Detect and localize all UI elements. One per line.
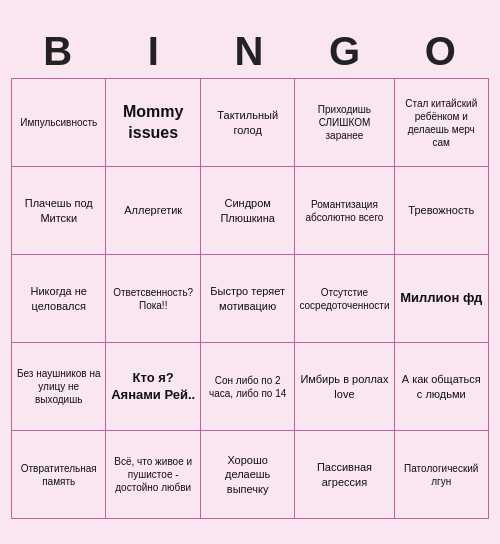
cell-text: Mommy issues (110, 102, 195, 144)
bingo-cell: Никогда не целовался (12, 255, 106, 343)
bingo-cell: Тактильный голод (201, 79, 295, 167)
bingo-cell: Хорошо делаешь выпечку (201, 431, 295, 519)
cell-text: Без наушников на улицу не выходишь (16, 367, 101, 406)
cell-text: Синдром Плюшкина (205, 196, 290, 225)
header-letter: O (393, 25, 489, 78)
cell-text: Миллион фд (400, 290, 482, 307)
bingo-card: BINGO ИмпульсивностьMommy issuesТактильн… (5, 19, 495, 525)
header-letter: N (202, 25, 298, 78)
cell-text: Импульсивность (20, 116, 97, 129)
header-letter: I (107, 25, 203, 78)
bingo-cell: Плачешь под Митски (12, 167, 106, 255)
bingo-cell: Тревожность (395, 167, 489, 255)
bingo-cell: Миллион фд (395, 255, 489, 343)
cell-text: Аллергетик (124, 203, 182, 217)
cell-text: Тревожность (408, 203, 474, 217)
bingo-cell: Без наушников на улицу не выходишь (12, 343, 106, 431)
bingo-cell: Всё, что живое и пушистое - достойно люб… (106, 431, 200, 519)
cell-text: Сон либо по 2 часа, либо по 14 (205, 374, 290, 400)
bingo-cell: Отсутстие сосредоточенности (295, 255, 394, 343)
cell-text: Ответсвенность? Пока!! (110, 286, 195, 312)
cell-text: Романтизация абсолютно всего (299, 198, 389, 224)
cell-text: Плачешь под Митски (16, 196, 101, 225)
cell-text: Хорошо делаешь выпечку (205, 453, 290, 496)
cell-text: Патологический лгун (399, 462, 484, 488)
bingo-cell: Сон либо по 2 часа, либо по 14 (201, 343, 295, 431)
cell-text: Имбирь в роллах love (299, 372, 389, 401)
bingo-cell: Импульсивность (12, 79, 106, 167)
cell-text: Кто я? Аянами Рей.. (110, 370, 195, 404)
bingo-cell: Синдром Плюшкина (201, 167, 295, 255)
bingo-cell: Стал китайский ребёнком и делаешь мерч с… (395, 79, 489, 167)
bingo-cell: Приходишь СЛИШКОМ заранее (295, 79, 394, 167)
cell-text: Тактильный голод (205, 108, 290, 137)
cell-text: Отсутстие сосредоточенности (299, 286, 389, 312)
cell-text: Стал китайский ребёнком и делаешь мерч с… (399, 97, 484, 149)
bingo-cell: Mommy issues (106, 79, 200, 167)
cell-text: Быстро теряет мотивацию (205, 284, 290, 313)
cell-text: Всё, что живое и пушистое - достойно люб… (110, 455, 195, 494)
cell-text: Пассивная агрессия (299, 460, 389, 489)
bingo-cell: Пассивная агрессия (295, 431, 394, 519)
bingo-cell: Романтизация абсолютно всего (295, 167, 394, 255)
bingo-cell: Отвратительная память (12, 431, 106, 519)
cell-text: Приходишь СЛИШКОМ заранее (299, 103, 389, 142)
bingo-cell: Патологический лгун (395, 431, 489, 519)
bingo-cell: Кто я? Аянами Рей.. (106, 343, 200, 431)
cell-text: А как общаться с людьми (399, 372, 484, 401)
bingo-cell: Аллергетик (106, 167, 200, 255)
bingo-grid: ИмпульсивностьMommy issuesТактильный гол… (11, 78, 489, 519)
bingo-cell: Быстро теряет мотивацию (201, 255, 295, 343)
cell-text: Отвратительная память (16, 462, 101, 488)
header-letter: B (11, 25, 107, 78)
cell-text: Никогда не целовался (16, 284, 101, 313)
bingo-cell: Ответсвенность? Пока!! (106, 255, 200, 343)
bingo-cell: Имбирь в роллах love (295, 343, 394, 431)
bingo-cell: А как общаться с людьми (395, 343, 489, 431)
bingo-header: BINGO (11, 25, 489, 78)
header-letter: G (298, 25, 394, 78)
